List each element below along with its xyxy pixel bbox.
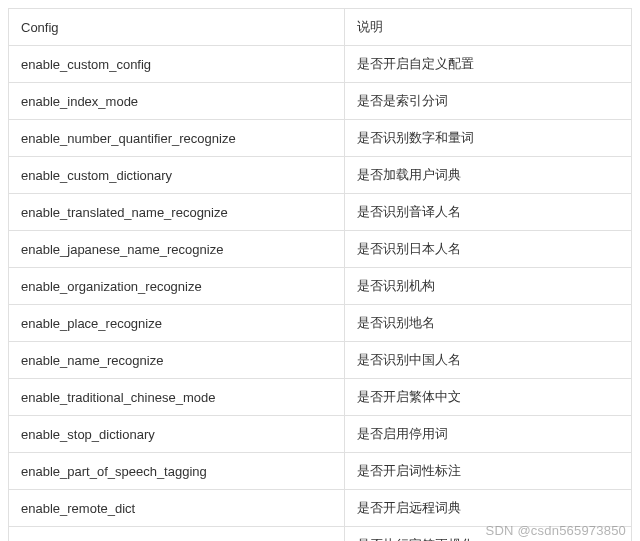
- cell-description: 是否开启词性标注: [345, 453, 632, 490]
- cell-config: enable_stop_dictionary: [9, 416, 345, 453]
- cell-description: 是否识别数字和量词: [345, 120, 632, 157]
- cell-config: enable_traditional_chinese_mode: [9, 379, 345, 416]
- cell-config: enable_remote_dict: [9, 490, 345, 527]
- cell-description: 是否开启繁体中文: [345, 379, 632, 416]
- table-row: enable_name_recognize 是否识别中国人名: [9, 342, 632, 379]
- cell-description: 是否加载用户词典: [345, 157, 632, 194]
- cell-description: 是否启用停用词: [345, 416, 632, 453]
- cell-config: enable_normalization: [9, 527, 345, 542]
- table-row: enable_stop_dictionary 是否启用停用词: [9, 416, 632, 453]
- cell-config: enable_organization_recognize: [9, 268, 345, 305]
- cell-config: enable_number_quantifier_recognize: [9, 120, 345, 157]
- cell-description: 是否识别音译人名: [345, 194, 632, 231]
- table-row: enable_place_recognize 是否识别地名: [9, 305, 632, 342]
- table-row: enable_translated_name_recognize 是否识别音译人…: [9, 194, 632, 231]
- cell-description: 是否是索引分词: [345, 83, 632, 120]
- cell-description: 是否开启自定义配置: [345, 46, 632, 83]
- table-row: enable_part_of_speech_tagging 是否开启词性标注: [9, 453, 632, 490]
- table-row: enable_number_quantifier_recognize 是否识别数…: [9, 120, 632, 157]
- table-row: enable_normalization 是否执行字符正规化: [9, 527, 632, 542]
- table-row: enable_index_mode 是否是索引分词: [9, 83, 632, 120]
- cell-description: 是否识别地名: [345, 305, 632, 342]
- table-row: enable_organization_recognize 是否识别机构: [9, 268, 632, 305]
- table-row: enable_remote_dict 是否开启远程词典: [9, 490, 632, 527]
- config-table: Config 说明 enable_custom_config 是否开启自定义配置…: [8, 8, 632, 541]
- cell-description: 是否执行字符正规化: [345, 527, 632, 542]
- cell-description: 是否识别日本人名: [345, 231, 632, 268]
- table-row: enable_custom_dictionary 是否加载用户词典: [9, 157, 632, 194]
- table-row: enable_custom_config 是否开启自定义配置: [9, 46, 632, 83]
- cell-description: 是否识别机构: [345, 268, 632, 305]
- cell-config: enable_custom_config: [9, 46, 345, 83]
- table-row: enable_japanese_name_recognize 是否识别日本人名: [9, 231, 632, 268]
- table-row: enable_traditional_chinese_mode 是否开启繁体中文: [9, 379, 632, 416]
- config-table-container: Config 说明 enable_custom_config 是否开启自定义配置…: [8, 8, 640, 541]
- cell-description: 是否开启远程词典: [345, 490, 632, 527]
- cell-config: enable_japanese_name_recognize: [9, 231, 345, 268]
- cell-config: enable_part_of_speech_tagging: [9, 453, 345, 490]
- cell-config: enable_place_recognize: [9, 305, 345, 342]
- table-header: Config 说明: [9, 9, 632, 46]
- cell-config: enable_translated_name_recognize: [9, 194, 345, 231]
- cell-description: 是否识别中国人名: [345, 342, 632, 379]
- header-row: Config 说明: [9, 9, 632, 46]
- cell-config: enable_index_mode: [9, 83, 345, 120]
- table-body: enable_custom_config 是否开启自定义配置 enable_in…: [9, 46, 632, 542]
- cell-config: enable_custom_dictionary: [9, 157, 345, 194]
- cell-config: enable_name_recognize: [9, 342, 345, 379]
- header-description: 说明: [345, 9, 632, 46]
- header-config: Config: [9, 9, 345, 46]
